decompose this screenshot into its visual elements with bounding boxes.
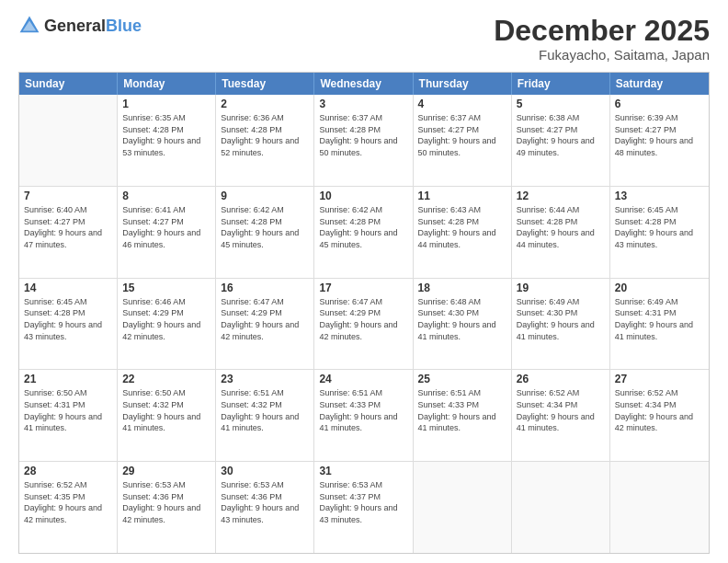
day-number: 22 (122, 373, 210, 385)
day-number: 2 (221, 98, 309, 110)
day-number: 1 (122, 98, 210, 110)
cell-info: Sunrise: 6:50 AMSunset: 4:31 PMDaylight:… (24, 387, 112, 433)
cell-info: Sunrise: 6:47 AMSunset: 4:29 PMDaylight:… (221, 296, 309, 342)
cell-info: Sunrise: 6:41 AMSunset: 4:27 PMDaylight:… (122, 204, 210, 250)
calendar-row: 28Sunrise: 6:52 AMSunset: 4:35 PMDayligh… (19, 462, 709, 553)
calendar-cell: 28Sunrise: 6:52 AMSunset: 4:35 PMDayligh… (19, 462, 118, 553)
cell-info: Sunrise: 6:51 AMSunset: 4:32 PMDaylight:… (221, 387, 309, 433)
cell-info: Sunrise: 6:44 AMSunset: 4:28 PMDaylight:… (517, 204, 605, 250)
calendar-subtitle: Fukayacho, Saitama, Japan (494, 47, 710, 63)
day-number: 25 (418, 373, 506, 385)
title-block: December 2025 Fukayacho, Saitama, Japan (494, 15, 710, 63)
calendar-cell: 21Sunrise: 6:50 AMSunset: 4:31 PMDayligh… (19, 370, 118, 461)
day-number: 26 (517, 373, 605, 385)
logo: GeneralBlue (18, 15, 142, 37)
cell-info: Sunrise: 6:40 AMSunset: 4:27 PMDaylight:… (24, 204, 112, 250)
calendar-cell: 6Sunrise: 6:39 AMSunset: 4:27 PMDaylight… (610, 95, 709, 186)
cell-info: Sunrise: 6:39 AMSunset: 4:27 PMDaylight:… (615, 112, 704, 158)
calendar-cell: 4Sunrise: 6:37 AMSunset: 4:27 PMDaylight… (414, 95, 512, 186)
day-number: 11 (418, 190, 506, 202)
cell-info: Sunrise: 6:45 AMSunset: 4:28 PMDaylight:… (615, 204, 704, 250)
day-number: 5 (517, 98, 605, 110)
header-wednesday: Wednesday (314, 73, 413, 95)
logo-general-text: General (44, 17, 106, 35)
day-number: 9 (221, 190, 309, 202)
calendar-cell: 18Sunrise: 6:48 AMSunset: 4:30 PMDayligh… (414, 279, 512, 370)
calendar-cell: 26Sunrise: 6:52 AMSunset: 4:34 PMDayligh… (512, 370, 610, 461)
calendar-cell (414, 462, 512, 553)
cell-info: Sunrise: 6:51 AMSunset: 4:33 PMDaylight:… (319, 387, 407, 433)
cell-info: Sunrise: 6:42 AMSunset: 4:28 PMDaylight:… (221, 204, 309, 250)
cell-info: Sunrise: 6:46 AMSunset: 4:29 PMDaylight:… (122, 296, 210, 342)
calendar-cell: 29Sunrise: 6:53 AMSunset: 4:36 PMDayligh… (118, 462, 216, 553)
calendar-header: Sunday Monday Tuesday Wednesday Thursday… (19, 73, 709, 95)
calendar-cell: 23Sunrise: 6:51 AMSunset: 4:32 PMDayligh… (216, 370, 314, 461)
calendar-cell (610, 462, 709, 553)
calendar-cell: 15Sunrise: 6:46 AMSunset: 4:29 PMDayligh… (118, 279, 216, 370)
calendar-cell: 13Sunrise: 6:45 AMSunset: 4:28 PMDayligh… (610, 187, 709, 278)
cell-info: Sunrise: 6:48 AMSunset: 4:30 PMDaylight:… (418, 296, 506, 342)
day-number: 3 (319, 98, 407, 110)
calendar-cell: 3Sunrise: 6:37 AMSunset: 4:28 PMDaylight… (314, 95, 413, 186)
cell-info: Sunrise: 6:53 AMSunset: 4:37 PMDaylight:… (319, 479, 407, 525)
day-number: 12 (517, 190, 605, 202)
calendar-cell (19, 95, 118, 186)
calendar-cell: 8Sunrise: 6:41 AMSunset: 4:27 PMDaylight… (118, 187, 216, 278)
cell-info: Sunrise: 6:51 AMSunset: 4:33 PMDaylight:… (418, 387, 506, 433)
day-number: 14 (24, 282, 112, 294)
day-number: 17 (319, 282, 407, 294)
calendar-cell: 19Sunrise: 6:49 AMSunset: 4:30 PMDayligh… (512, 279, 610, 370)
day-number: 10 (319, 190, 407, 202)
header-thursday: Thursday (414, 73, 512, 95)
calendar-cell: 11Sunrise: 6:43 AMSunset: 4:28 PMDayligh… (414, 187, 512, 278)
day-number: 6 (615, 98, 704, 110)
header-tuesday: Tuesday (216, 73, 314, 95)
cell-info: Sunrise: 6:43 AMSunset: 4:28 PMDaylight:… (418, 204, 506, 250)
cell-info: Sunrise: 6:37 AMSunset: 4:27 PMDaylight:… (418, 112, 506, 158)
calendar-cell: 5Sunrise: 6:38 AMSunset: 4:27 PMDaylight… (512, 95, 610, 186)
calendar-row: 21Sunrise: 6:50 AMSunset: 4:31 PMDayligh… (19, 370, 709, 462)
cell-info: Sunrise: 6:52 AMSunset: 4:35 PMDaylight:… (24, 479, 112, 525)
calendar: Sunday Monday Tuesday Wednesday Thursday… (18, 72, 710, 554)
cell-info: Sunrise: 6:47 AMSunset: 4:29 PMDaylight:… (319, 296, 407, 342)
day-number: 30 (221, 465, 309, 477)
page: GeneralBlue December 2025 Fukayacho, Sai… (0, 0, 728, 563)
cell-info: Sunrise: 6:52 AMSunset: 4:34 PMDaylight:… (615, 387, 704, 433)
calendar-body: 1Sunrise: 6:35 AMSunset: 4:28 PMDaylight… (19, 95, 709, 553)
calendar-cell: 1Sunrise: 6:35 AMSunset: 4:28 PMDaylight… (118, 95, 216, 186)
day-number: 24 (319, 373, 407, 385)
cell-info: Sunrise: 6:49 AMSunset: 4:30 PMDaylight:… (517, 296, 605, 342)
calendar-cell: 27Sunrise: 6:52 AMSunset: 4:34 PMDayligh… (610, 370, 709, 461)
calendar-cell: 9Sunrise: 6:42 AMSunset: 4:28 PMDaylight… (216, 187, 314, 278)
day-number: 8 (122, 190, 210, 202)
calendar-cell: 20Sunrise: 6:49 AMSunset: 4:31 PMDayligh… (610, 279, 709, 370)
day-number: 18 (418, 282, 506, 294)
calendar-cell: 12Sunrise: 6:44 AMSunset: 4:28 PMDayligh… (512, 187, 610, 278)
day-number: 27 (615, 373, 704, 385)
calendar-cell: 2Sunrise: 6:36 AMSunset: 4:28 PMDaylight… (216, 95, 314, 186)
calendar-cell: 25Sunrise: 6:51 AMSunset: 4:33 PMDayligh… (414, 370, 512, 461)
calendar-row: 1Sunrise: 6:35 AMSunset: 4:28 PMDaylight… (19, 95, 709, 187)
day-number: 16 (221, 282, 309, 294)
cell-info: Sunrise: 6:52 AMSunset: 4:34 PMDaylight:… (517, 387, 605, 433)
cell-info: Sunrise: 6:42 AMSunset: 4:28 PMDaylight:… (319, 204, 407, 250)
calendar-cell: 24Sunrise: 6:51 AMSunset: 4:33 PMDayligh… (314, 370, 413, 461)
cell-info: Sunrise: 6:37 AMSunset: 4:28 PMDaylight:… (319, 112, 407, 158)
cell-info: Sunrise: 6:38 AMSunset: 4:27 PMDaylight:… (517, 112, 605, 158)
day-number: 29 (122, 465, 210, 477)
calendar-row: 14Sunrise: 6:45 AMSunset: 4:28 PMDayligh… (19, 279, 709, 371)
cell-info: Sunrise: 6:49 AMSunset: 4:31 PMDaylight:… (615, 296, 704, 342)
calendar-cell: 17Sunrise: 6:47 AMSunset: 4:29 PMDayligh… (314, 279, 413, 370)
header-saturday: Saturday (610, 73, 709, 95)
day-number: 7 (24, 190, 112, 202)
calendar-cell (512, 462, 610, 553)
calendar-row: 7Sunrise: 6:40 AMSunset: 4:27 PMDaylight… (19, 187, 709, 279)
calendar-title: December 2025 (494, 15, 710, 47)
logo-blue-text: Blue (106, 17, 142, 35)
header-sunday: Sunday (19, 73, 118, 95)
day-number: 31 (319, 465, 407, 477)
day-number: 21 (24, 373, 112, 385)
day-number: 20 (615, 282, 704, 294)
cell-info: Sunrise: 6:35 AMSunset: 4:28 PMDaylight:… (122, 112, 210, 158)
calendar-cell: 10Sunrise: 6:42 AMSunset: 4:28 PMDayligh… (314, 187, 413, 278)
